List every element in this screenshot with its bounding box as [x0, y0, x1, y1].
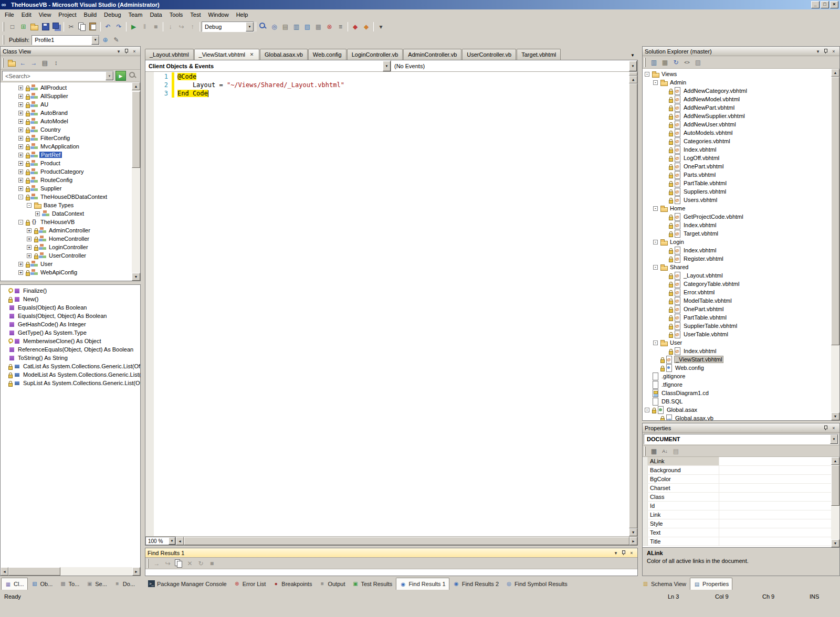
extension-orange-icon[interactable]: ◆: [361, 21, 372, 32]
property-row[interactable]: Text: [643, 528, 831, 537]
collapse-icon[interactable]: -: [653, 206, 658, 211]
property-row[interactable]: ALink: [643, 457, 831, 466]
dock-splitter[interactable]: [141, 46, 145, 576]
tree-item[interactable]: +AddNewCategory.vbhtml: [645, 87, 831, 95]
tree-item[interactable]: +DataContext: [18, 209, 132, 218]
chevron-down-icon[interactable]: ▼: [106, 71, 113, 80]
show-properties-icon[interactable]: ▥: [648, 57, 659, 68]
paste-icon[interactable]: [88, 21, 99, 32]
maximize-button[interactable]: □: [821, 1, 829, 8]
chevron-down-icon[interactable]: ▼: [91, 36, 99, 45]
tree-item[interactable]: +_Layout.vbhtml: [645, 271, 831, 280]
chevron-down-icon[interactable]: ▼: [169, 537, 175, 545]
tree-item[interactable]: +.gitignore: [645, 372, 831, 380]
property-row[interactable]: Style: [643, 519, 831, 528]
toolbar-grip[interactable]: [644, 58, 646, 67]
tree-item[interactable]: +PartRef: [18, 151, 132, 159]
tree-item[interactable]: +Country: [18, 125, 132, 134]
property-row[interactable]: Class: [643, 493, 831, 502]
tree-item[interactable]: +LogOff.vbhtml: [645, 154, 831, 162]
document-tab[interactable]: Web.config: [308, 49, 346, 60]
tree-item[interactable]: +Global.asax.vb: [645, 414, 831, 420]
tree-item[interactable]: +Parts.vbhtml: [645, 171, 831, 179]
tree-item[interactable]: +Register.vbhtml: [645, 254, 831, 263]
scroll-up-icon[interactable]: ▲: [132, 82, 140, 90]
property-pages-icon[interactable]: ▤: [670, 445, 681, 456]
tree-item[interactable]: +AutoBrand: [18, 109, 132, 117]
collapse-icon[interactable]: -: [645, 408, 649, 412]
document-tab[interactable]: Target.vbhtml: [517, 49, 561, 60]
scrollbar[interactable]: ◄ ►: [1, 567, 140, 576]
menu-view[interactable]: View: [35, 10, 55, 19]
dock-splitter[interactable]: [638, 46, 642, 576]
search-go-button[interactable]: ▶: [116, 71, 126, 81]
window-position-icon[interactable]: ▾: [612, 549, 620, 556]
tree-item[interactable]: +Index.vbhtml: [645, 246, 831, 254]
pin-icon[interactable]: [620, 549, 627, 556]
tool-tab-se-[interactable]: ▣Se...: [83, 578, 110, 590]
menu-test[interactable]: Test: [186, 10, 204, 19]
expand-icon[interactable]: +: [18, 127, 23, 132]
tree-item[interactable]: +MvcApplication: [18, 142, 132, 151]
tree-item[interactable]: +GetProjectCode.vbhtml: [645, 212, 831, 221]
view-menu-icon[interactable]: ▤: [39, 57, 50, 68]
tree-item[interactable]: +UserController: [18, 251, 132, 260]
tree-item[interactable]: +AllProduct: [18, 83, 132, 92]
member-item[interactable]: New(): [1, 295, 140, 303]
sort-icon[interactable]: ↕: [50, 57, 61, 68]
menu-edit[interactable]: Edit: [18, 10, 35, 19]
expand-icon[interactable]: +: [18, 111, 23, 115]
tree-item[interactable]: +CategoryTable.vbhtml: [645, 280, 831, 288]
close-button[interactable]: ×: [830, 1, 838, 8]
tree-item[interactable]: +ClassDiagram1.cd: [645, 389, 831, 397]
tree-item[interactable]: +User: [18, 260, 132, 268]
scrollbar[interactable]: ▲ ▼: [831, 457, 839, 547]
menu-tools[interactable]: Tools: [166, 10, 187, 19]
expand-icon[interactable]: +: [27, 237, 32, 241]
scrollbar-thumb[interactable]: [132, 91, 140, 168]
tree-item[interactable]: +AutoModels.vbhtml: [645, 129, 831, 137]
search-options-icon[interactable]: [128, 70, 139, 81]
publish-profile-combo[interactable]: Profile1 ▼: [32, 35, 100, 45]
tool-tab-find-symbol-results[interactable]: ◎Find Symbol Results: [502, 578, 571, 590]
expand-icon[interactable]: +: [27, 228, 32, 233]
start-debugging-icon[interactable]: ▶: [128, 21, 139, 32]
tab-list-icon[interactable]: ▼: [628, 50, 637, 60]
tree-item[interactable]: +Index.vbhtml: [645, 145, 831, 154]
expand-icon[interactable]: +: [35, 211, 40, 216]
close-icon[interactable]: ×: [628, 549, 635, 556]
tree-item[interactable]: -Admin: [645, 78, 831, 87]
categorized-icon[interactable]: ▦: [648, 445, 659, 456]
member-item[interactable]: SupList As System.Collections.Generic.Li…: [1, 379, 140, 387]
tool-tab-properties[interactable]: ▤Properties: [690, 578, 732, 590]
split-grip[interactable]: [629, 72, 637, 76]
object-browser-icon[interactable]: ▧: [302, 21, 313, 32]
menu-team[interactable]: Team: [125, 10, 146, 19]
scroll-right-icon[interactable]: ►: [132, 567, 140, 576]
tool-tab-schema-view[interactable]: ▥Schema View: [639, 578, 689, 590]
tree-item[interactable]: -Global.asax: [645, 406, 831, 414]
document-tab[interactable]: Global.asax.vb: [260, 49, 308, 60]
scroll-left-icon[interactable]: ◄: [1, 567, 8, 576]
tree-item[interactable]: +LoginController: [18, 243, 132, 251]
extension-red-icon[interactable]: ◆: [350, 21, 361, 32]
expand-icon[interactable]: +: [18, 119, 23, 124]
collapse-icon[interactable]: -: [653, 265, 658, 270]
forward-icon[interactable]: →: [28, 57, 39, 68]
expand-icon[interactable]: +: [18, 86, 23, 90]
tree-item[interactable]: +AllSupplier: [18, 92, 132, 100]
expand-icon[interactable]: +: [18, 94, 23, 99]
window-position-icon[interactable]: ▾: [115, 48, 122, 55]
property-row[interactable]: Title: [643, 537, 831, 546]
expand-icon[interactable]: +: [18, 270, 23, 275]
close-icon[interactable]: ×: [830, 424, 837, 431]
member-item[interactable]: ModelList As System.Collections.Generic.…: [1, 370, 140, 379]
property-row[interactable]: Charset: [643, 484, 831, 493]
tree-item[interactable]: +AutoModel: [18, 117, 132, 125]
tree-item[interactable]: +Product: [18, 159, 132, 167]
tree-item[interactable]: -Views: [645, 70, 831, 78]
new-item-icon[interactable]: □: [7, 21, 18, 32]
expand-icon[interactable]: +: [27, 253, 32, 258]
pin-icon[interactable]: [822, 424, 830, 431]
tree-item[interactable]: +_ViewStart.vbhtml: [645, 355, 831, 364]
